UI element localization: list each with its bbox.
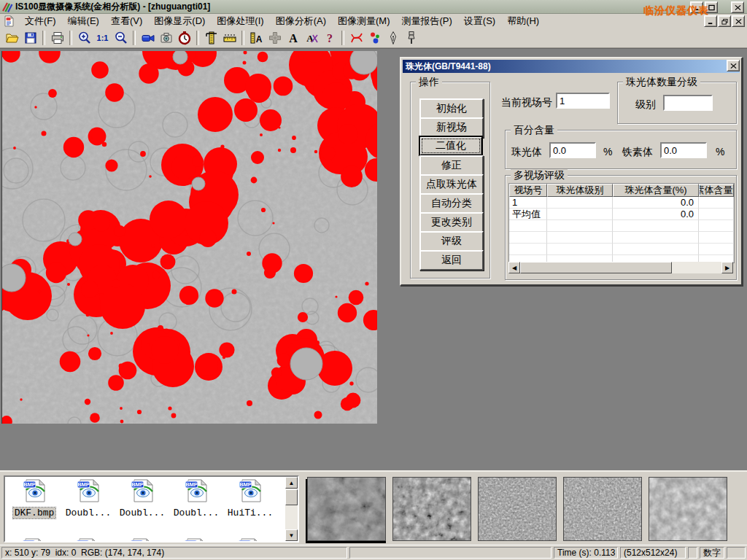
grade-group-label: 珠光体数量分级 bbox=[623, 76, 700, 89]
zoom-in-button[interactable] bbox=[75, 29, 93, 47]
scroll-left-arrow[interactable]: ◀ bbox=[508, 262, 520, 273]
zoom-out-button[interactable] bbox=[112, 29, 130, 47]
dialog-title-bar[interactable]: 珠光体(GB/T9441-88) bbox=[403, 60, 740, 73]
table-row[interactable] bbox=[509, 244, 734, 255]
measure-text-button[interactable]: A bbox=[247, 29, 266, 47]
op-button-2[interactable]: 二值化 bbox=[419, 136, 482, 155]
file-item[interactable]: BMPDoubl... bbox=[62, 479, 115, 518]
menu-item-4[interactable]: 图像处理(I) bbox=[211, 14, 269, 28]
grade-level-label: 级别 bbox=[635, 98, 656, 112]
capture-button[interactable] bbox=[157, 29, 175, 47]
maximize-button[interactable] bbox=[705, 1, 718, 13]
child-restore-button[interactable] bbox=[718, 15, 731, 27]
table-hscrollbar[interactable]: ◀ ▶ bbox=[508, 262, 733, 273]
menu-item-9[interactable]: 帮助(H) bbox=[501, 14, 545, 28]
table-cell bbox=[547, 244, 613, 255]
table-row[interactable]: 平均值0.0 bbox=[509, 209, 734, 220]
help-button[interactable]: ? bbox=[320, 29, 338, 47]
child-minimize-button[interactable] bbox=[704, 15, 717, 27]
table-header[interactable]: 珠光体级别 bbox=[547, 184, 613, 197]
file-list: BMPDKF.bmpBMPBMPDoubl...BMPBMPDoubl...BM… bbox=[4, 475, 299, 542]
table-header[interactable]: 珠光体含量(%) bbox=[613, 184, 699, 197]
particle-icon bbox=[368, 31, 382, 45]
table-row[interactable]: 10.0 bbox=[509, 197, 734, 209]
file-item[interactable]: BMPDKF.bmp bbox=[8, 479, 61, 518]
minimize-button[interactable] bbox=[690, 1, 703, 13]
file-name[interactable]: Doubl... bbox=[172, 508, 220, 518]
menu-item-7[interactable]: 测量报告(P) bbox=[395, 14, 457, 28]
timer-button[interactable] bbox=[175, 29, 193, 47]
text-button[interactable]: A bbox=[284, 29, 302, 47]
table-row[interactable] bbox=[509, 220, 734, 232]
op-button-0[interactable]: 初始化 bbox=[419, 98, 484, 119]
annotate-button[interactable]: A bbox=[302, 29, 320, 47]
dialog-close-button[interactable] bbox=[727, 60, 740, 71]
toolbar-separator bbox=[42, 31, 45, 45]
document-icon[interactable] bbox=[3, 15, 16, 27]
op-button-6[interactable]: 更改类别 bbox=[419, 212, 484, 233]
cursor-position-status: x: 510 y: 79 idx: 0 RGB: (174, 174, 174) bbox=[1, 547, 347, 559]
op-button-1[interactable]: 新视场 bbox=[419, 117, 484, 138]
op-button-5[interactable]: 自动分类 bbox=[419, 193, 484, 214]
current-field-input[interactable] bbox=[556, 93, 610, 109]
grid-button[interactable] bbox=[266, 29, 284, 47]
open-file-button[interactable] bbox=[3, 29, 21, 47]
preview-thumbnail[interactable] bbox=[563, 477, 642, 541]
zoom-out-icon bbox=[114, 31, 128, 45]
toolbar-separator bbox=[133, 31, 136, 45]
preview-thumbnail[interactable] bbox=[307, 477, 386, 541]
preview-thumbnail[interactable] bbox=[649, 477, 727, 541]
window-title: IS100显微摄像系统(金相分析版) - [zhuguangti01] bbox=[15, 1, 210, 13]
actual-size-button[interactable]: 1:1 bbox=[93, 29, 112, 47]
menu-item-2[interactable]: 查看(V) bbox=[105, 14, 148, 28]
scroll-thumb[interactable] bbox=[285, 489, 298, 505]
percent-group: 百分含量 珠光体 % 铁素体 % bbox=[505, 130, 737, 169]
op-button-8[interactable]: 返回 bbox=[419, 250, 484, 271]
current-field-label: 当前视场号 bbox=[501, 96, 552, 109]
file-list-scrollbar[interactable]: ▲ ▼ bbox=[285, 477, 298, 541]
menu-item-0[interactable]: 文件(F) bbox=[19, 14, 62, 28]
ferrite-percent-input[interactable] bbox=[660, 142, 707, 158]
menu-item-1[interactable]: 编辑(E) bbox=[62, 14, 105, 28]
scroll-thumb[interactable] bbox=[520, 262, 672, 273]
table-cell: 0.0 bbox=[613, 209, 699, 220]
table-header[interactable]: 视场号 bbox=[509, 184, 547, 197]
preview-thumbnail[interactable] bbox=[478, 477, 557, 541]
print-button[interactable] bbox=[48, 29, 66, 47]
scroll-right-arrow[interactable]: ▶ bbox=[721, 262, 733, 273]
file-name[interactable]: Doubl... bbox=[118, 508, 166, 518]
micrograph-image[interactable] bbox=[1, 51, 377, 424]
scroll-up-arrow[interactable]: ▲ bbox=[285, 477, 298, 489]
brush-button[interactable] bbox=[402, 29, 420, 47]
preview-thumbnail[interactable] bbox=[392, 477, 471, 541]
particle-button[interactable] bbox=[365, 29, 384, 47]
file-item[interactable]: BMPDoubl... bbox=[116, 479, 169, 518]
menu-item-8[interactable]: 设置(S) bbox=[458, 14, 501, 28]
save-button[interactable] bbox=[21, 29, 39, 47]
child-close-button[interactable] bbox=[732, 15, 745, 27]
file-item[interactable]: BMPDoubl... bbox=[170, 479, 222, 518]
curve-measure-button[interactable] bbox=[347, 29, 365, 47]
file-name[interactable]: DKF.bmp bbox=[13, 508, 56, 518]
close-button[interactable] bbox=[731, 1, 744, 13]
grade-level-input[interactable] bbox=[663, 95, 713, 111]
op-button-3[interactable]: 修正 bbox=[419, 155, 484, 176]
ruler-button[interactable] bbox=[220, 29, 239, 47]
file-name[interactable]: Doubl... bbox=[64, 508, 112, 518]
table-row[interactable] bbox=[509, 232, 734, 244]
toolbar-separator bbox=[196, 31, 199, 45]
app-icon bbox=[1, 1, 13, 12]
scroll-down-arrow[interactable]: ▼ bbox=[285, 529, 298, 541]
menu-item-6[interactable]: 图像测量(M) bbox=[332, 14, 396, 28]
op-button-7[interactable]: 评级 bbox=[419, 231, 484, 252]
menu-item-5[interactable]: 图像分析(A) bbox=[270, 14, 332, 28]
file-name[interactable]: HuiTi... bbox=[226, 508, 274, 518]
caliper-button[interactable] bbox=[202, 29, 220, 47]
pen-button[interactable] bbox=[384, 29, 402, 47]
file-item[interactable]: BMPHuiTi... bbox=[224, 479, 276, 518]
op-button-4[interactable]: 点取珠光体 bbox=[419, 174, 484, 195]
menu-item-3[interactable]: 图像显示(D) bbox=[148, 14, 211, 28]
table-header[interactable]: 铁素体含量(%) bbox=[699, 184, 734, 197]
pearlite-percent-input[interactable] bbox=[549, 142, 596, 158]
video-camera-button[interactable] bbox=[139, 29, 157, 47]
